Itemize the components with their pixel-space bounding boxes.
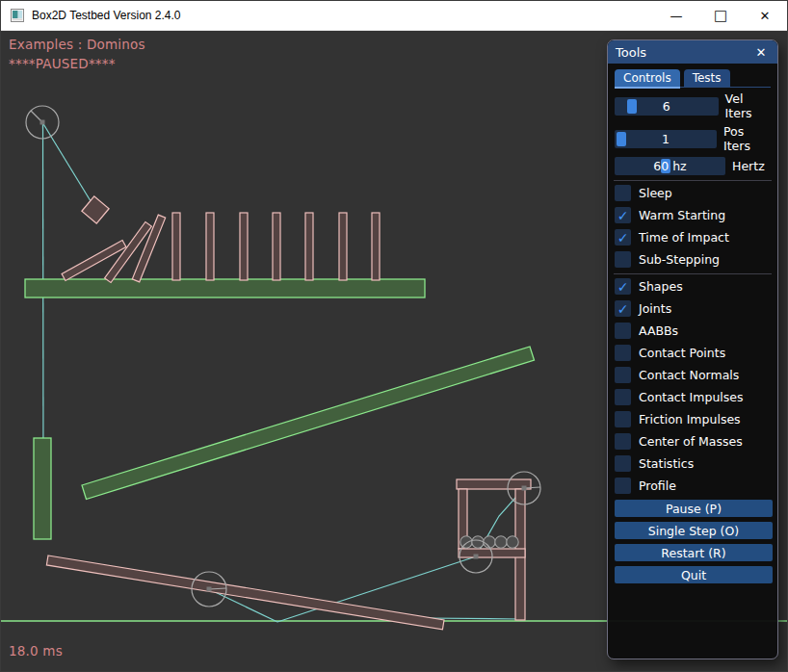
slider-value: 6 bbox=[615, 97, 719, 116]
checkbox-row-statistics[interactable]: ✓ Statistics bbox=[615, 455, 771, 472]
checkbox-label: Time of Impact bbox=[639, 230, 729, 245]
green-ramp bbox=[82, 347, 535, 500]
frame-structure[interactable] bbox=[457, 479, 531, 620]
checkbox-label: Contact Impulses bbox=[639, 390, 744, 404]
app-icon bbox=[11, 9, 24, 22]
window-title: Box2D Testbed Version 2.4.0 bbox=[32, 9, 181, 22]
frame-time-label: 18.0 ms bbox=[9, 643, 63, 659]
checkbox-row-joints[interactable]: ✓ Joints bbox=[615, 300, 771, 317]
checkbox-label: Friction Impulses bbox=[639, 412, 741, 426]
checkbox-row-sub-stepping[interactable]: ✓ Sub-Stepping bbox=[615, 251, 771, 268]
tall-green-block bbox=[34, 438, 51, 539]
restart-button[interactable]: Restart (R) bbox=[615, 544, 773, 561]
checkbox-label: Sleep bbox=[639, 186, 672, 200]
checkbox-label: Statistics bbox=[639, 456, 694, 471]
checkbox[interactable]: ✓ bbox=[615, 251, 631, 268]
app-window: Box2D Testbed Version 2.4.0 — □ ✕ bbox=[0, 0, 788, 672]
checkbox[interactable]: ✓ bbox=[615, 455, 631, 472]
checkbox-row-profile[interactable]: ✓ Profile bbox=[615, 478, 771, 494]
checkbox-label: Joints bbox=[639, 301, 671, 316]
dominos-platform bbox=[25, 279, 425, 297]
checkbox-row-warm-starting[interactable]: ✓ Warm Starting bbox=[615, 207, 771, 223]
checkbox[interactable]: ✓ bbox=[615, 478, 631, 494]
checkbox-row-contact-impulses[interactable]: ✓ Contact Impulses bbox=[615, 389, 771, 405]
minimize-icon: — bbox=[670, 10, 683, 22]
checkbox-row-aabbs[interactable]: ✓ AABBs bbox=[615, 323, 771, 339]
slider-label: Pos Iters bbox=[723, 124, 771, 153]
seesaw-plank[interactable] bbox=[46, 556, 444, 630]
checkbox[interactable]: ✓ bbox=[615, 229, 631, 246]
checkbox-row-shapes[interactable]: ✓ Shapes bbox=[615, 278, 771, 295]
fallen-dominos[interactable] bbox=[62, 215, 166, 282]
quit-button[interactable]: Quit bbox=[615, 566, 773, 583]
hanging-box[interactable] bbox=[82, 196, 109, 223]
standing-dominos[interactable] bbox=[172, 213, 380, 280]
checkbox-row-contact-normals[interactable]: ✓ Contact Normals bbox=[615, 367, 771, 383]
checkbox-label: Shapes bbox=[639, 279, 683, 294]
tools-title: Tools bbox=[616, 45, 646, 60]
checkbox-row-contact-points[interactable]: ✓ Contact Points bbox=[615, 345, 771, 361]
minimize-button[interactable]: — bbox=[654, 1, 698, 30]
tab-controls[interactable]: Controls bbox=[615, 69, 680, 87]
close-icon: ✕ bbox=[760, 10, 771, 22]
checkbox-row-time-of-impact[interactable]: ✓ Time of Impact bbox=[615, 229, 771, 246]
tools-panel: Tools ✕ Controls Tests 6 Vel Iters 1 bbox=[607, 39, 778, 659]
checkbox[interactable]: ✓ bbox=[615, 207, 631, 223]
maximize-icon: □ bbox=[714, 9, 727, 23]
checkmark-icon: ✓ bbox=[617, 209, 629, 222]
checkbox[interactable]: ✓ bbox=[615, 185, 631, 201]
checkbox-row-center-of-masses[interactable]: ✓ Center of Masses bbox=[615, 433, 771, 450]
checkbox[interactable]: ✓ bbox=[615, 300, 631, 317]
checkbox-label: Contact Points bbox=[639, 346, 725, 360]
checkbox[interactable]: ✓ bbox=[615, 345, 631, 361]
checkmark-icon: ✓ bbox=[617, 280, 629, 294]
checkbox-row-friction-impulses[interactable]: ✓ Friction Impulses bbox=[615, 411, 771, 427]
checkbox-label: Warm Starting bbox=[639, 208, 725, 222]
tab-tests[interactable]: Tests bbox=[684, 69, 730, 87]
slider-row-hertz: 60 hz Hertz bbox=[615, 157, 771, 175]
pause-button[interactable]: Pause (P) bbox=[615, 500, 773, 517]
slider-value: 60 hz bbox=[615, 157, 725, 175]
checkbox-label: Sub-Stepping bbox=[639, 252, 720, 267]
slider-row-vel-iters: 6 Vel Iters bbox=[615, 91, 771, 120]
maximize-button[interactable]: □ bbox=[698, 1, 743, 30]
vel-iters-slider[interactable]: 6 bbox=[615, 97, 719, 116]
checkbox-label: Profile bbox=[639, 478, 676, 493]
slider-label: Vel Iters bbox=[725, 91, 771, 120]
tab-bar: Controls Tests bbox=[615, 69, 771, 88]
pos-iters-slider[interactable]: 1 bbox=[615, 130, 717, 148]
tools-title-bar[interactable]: Tools ✕ bbox=[608, 40, 777, 64]
paused-label: ****PAUSED**** bbox=[9, 56, 116, 71]
checkbox[interactable]: ✓ bbox=[615, 278, 631, 295]
slider-label: Hertz bbox=[732, 159, 765, 173]
checkbox-label: Contact Normals bbox=[639, 368, 739, 382]
checkbox[interactable]: ✓ bbox=[615, 411, 631, 427]
checkbox[interactable]: ✓ bbox=[615, 323, 631, 339]
separator bbox=[614, 180, 772, 181]
hertz-slider[interactable]: 60 hz bbox=[615, 157, 725, 175]
checkbox-row-sleep[interactable]: ✓ Sleep bbox=[615, 185, 771, 201]
close-icon: ✕ bbox=[756, 45, 767, 60]
button-column: Pause (P) Single Step (O) Restart (R) Qu… bbox=[615, 500, 771, 583]
slider-value: 1 bbox=[615, 130, 717, 148]
tab-label: Controls bbox=[623, 71, 671, 85]
checkbox-label: AABBs bbox=[639, 323, 678, 338]
checkbox[interactable]: ✓ bbox=[615, 367, 631, 383]
tab-label: Tests bbox=[693, 71, 722, 85]
checkmark-icon: ✓ bbox=[617, 302, 629, 316]
checkbox[interactable]: ✓ bbox=[615, 433, 631, 450]
separator bbox=[614, 273, 772, 274]
slider-row-pos-iters: 1 Pos Iters bbox=[615, 124, 771, 153]
checkmark-icon: ✓ bbox=[617, 231, 629, 245]
title-bar[interactable]: Box2D Testbed Version 2.4.0 — □ ✕ bbox=[1, 1, 787, 31]
checkbox-label: Center of Masses bbox=[639, 434, 743, 449]
checkbox[interactable]: ✓ bbox=[615, 389, 631, 405]
single-step-button[interactable]: Single Step (O) bbox=[615, 522, 773, 539]
example-label: Examples : Dominos bbox=[9, 37, 145, 52]
close-button[interactable]: ✕ bbox=[743, 1, 787, 30]
tools-close-button[interactable]: ✕ bbox=[752, 43, 770, 61]
